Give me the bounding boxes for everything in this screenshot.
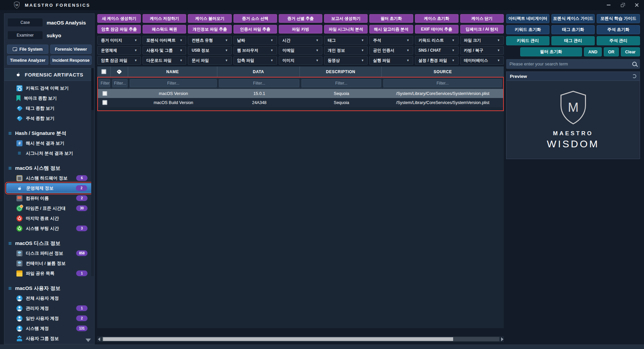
sidebar-nav-button[interactable]: Forensic Viewer: [50, 45, 92, 54]
right-panel-button[interactable]: 키워드 초기화: [506, 25, 549, 34]
toolbar-button[interactable]: 파일 시그니처 분석: [324, 25, 368, 34]
filter-dropdown[interactable]: 다운로드 파일▼: [143, 56, 186, 65]
and-button[interactable]: AND: [584, 47, 602, 56]
tree-section-header[interactable]: ≡macOS 디스크 정보: [4, 239, 94, 248]
table-row[interactable]: macOS Build Version24A348Sequoia/System/…: [98, 98, 503, 107]
tree-item[interactable]: 사용자 그룹 정보: [6, 334, 92, 343]
tree-item[interactable]: 전체 사용자 계정: [6, 293, 92, 303]
filter-dropdown[interactable]: 웹 브라우저▼: [233, 46, 277, 55]
tree-item[interactable]: 컴퓨터 이름2: [6, 193, 92, 203]
sidebar-scrollbar[interactable]: [91, 68, 94, 276]
toolbar-button[interactable]: 보고서 생성하기: [324, 14, 368, 23]
toolbar-button[interactable]: 인증서 파일 추출: [233, 25, 277, 34]
tree-section-header[interactable]: ≡macOS 시스템 정보: [4, 163, 94, 173]
filter-reset-button[interactable]: 필터 초기화: [520, 47, 582, 56]
table-row[interactable]: macOS Version15.0.1Sequoia/System/Librar…: [98, 89, 503, 98]
tree-item[interactable]: 일반 사용자 계정2: [6, 313, 92, 323]
filter-dropdown[interactable]: 개인 정보▼: [324, 46, 368, 55]
filter-dropdown[interactable]: 공인 인증서▼: [369, 46, 413, 55]
toolbar-button[interactable]: 케이스 닫기: [460, 14, 504, 23]
tree-item[interactable]: 북마크 종합 보기: [6, 93, 92, 103]
tree-item[interactable]: 타임존 / 표준 시간대30: [6, 203, 92, 213]
tree-item[interactable]: 마지막 종료 시간: [6, 213, 92, 223]
filter-dropdown[interactable]: SNS / CHAT▼: [415, 46, 459, 55]
tag-header-cell[interactable]: [111, 66, 128, 77]
filter-input[interactable]: [219, 79, 299, 87]
toolbar-button[interactable]: 필터 초기화: [369, 14, 413, 23]
toolbar-button[interactable]: 증거 소스 선택: [233, 14, 277, 23]
right-panel-button[interactable]: 주석 초기화: [597, 25, 640, 34]
tree-item[interactable]: 주석 종합 보기: [6, 113, 92, 123]
toolbar-button[interactable]: 개인정보 파일 추출: [188, 25, 231, 34]
sidebar-nav-button[interactable]: Timeline Analyzer: [7, 56, 48, 65]
or-button[interactable]: OR: [604, 47, 619, 56]
tree-item[interactable]: 파일 공유 목록1: [6, 268, 92, 278]
filter-dropdown[interactable]: 설정 / 환경 파일▼: [415, 56, 459, 65]
column-header[interactable]: DATA: [217, 66, 300, 77]
sidebar-nav-button[interactable]: File System: [7, 45, 48, 54]
right-panel-button[interactable]: 키워드 관리: [506, 36, 549, 45]
tree-item[interactable]: 운영체제 정보2: [6, 183, 92, 193]
tree-item[interactable]: ≡시그니처 분석 결과 보기: [6, 148, 92, 158]
restore-icon[interactable]: [620, 2, 625, 8]
close-icon[interactable]: [634, 2, 639, 8]
tree-item[interactable]: #해시 분석 결과 보기: [6, 138, 92, 148]
column-header[interactable]: SOURCE: [382, 66, 504, 77]
scroll-left-icon[interactable]: [97, 337, 101, 341]
filter-dropdown[interactable]: 동영상▼: [324, 56, 368, 65]
sidebar-scroll-down-icon[interactable]: [86, 339, 91, 342]
toolbar-button[interactable]: 케이스 저장하기: [143, 14, 186, 23]
clear-button[interactable]: Clear: [621, 47, 640, 56]
scrollbar-track[interactable]: [102, 337, 499, 341]
filter-dropdown[interactable]: 운영체제▼: [97, 46, 141, 55]
toolbar-button[interactable]: 새 케이스 생성하기: [97, 14, 141, 23]
tree-item[interactable]: 디스크 파티션 정보858: [6, 248, 92, 258]
filter-dropdown[interactable]: 파일 크기▼: [460, 36, 504, 45]
tree-item[interactable]: ▦시스템 하드웨어 정보6: [6, 173, 92, 183]
toolbar-button[interactable]: 딥페이크 / AI 탐지: [460, 25, 504, 34]
filter-dropdown[interactable]: 문서 파일▼: [188, 56, 231, 65]
filter-dropdown[interactable]: 증거 이미지▼: [97, 36, 141, 45]
toolbar-button[interactable]: 케이스 초기화: [415, 14, 459, 23]
filter-dropdown[interactable]: 컨텐츠 유형▼: [188, 36, 231, 45]
filter-dropdown[interactable]: 주석▼: [369, 36, 413, 45]
filter-input[interactable]: [112, 79, 127, 87]
column-header[interactable]: NAME: [128, 66, 217, 77]
filter-dropdown[interactable]: 이미지▼: [279, 56, 322, 65]
search-icon[interactable]: [632, 62, 637, 66]
filter-dropdown[interactable]: 카빙 / 복구▼: [460, 46, 504, 55]
right-panel-button[interactable]: 주석 관리: [597, 36, 640, 45]
filter-dropdown[interactable]: 이메일▼: [279, 46, 322, 55]
filter-dropdown[interactable]: USB 정보▼: [188, 46, 231, 55]
filter-dropdown[interactable]: 포렌식 아티팩트▼: [143, 36, 186, 45]
tree-item[interactable]: 관리자 계정1: [6, 303, 92, 313]
tree-item[interactable]: 키워드 검색 이력 보기: [6, 83, 92, 93]
scroll-right-icon[interactable]: [500, 337, 504, 341]
filter-dropdown[interactable]: 데이터베이스▼: [460, 56, 504, 65]
column-header[interactable]: DESCRIPTION: [300, 66, 382, 77]
right-panel-button[interactable]: 태그 초기화: [551, 25, 595, 34]
tree-section-header[interactable]: ≡Hash / Signature 분석: [4, 129, 94, 138]
tree-item[interactable]: 시스템 계정131: [6, 323, 92, 333]
row-checkbox[interactable]: [102, 100, 107, 105]
toolbar-button[interactable]: EXIF 데이터 추출: [415, 25, 459, 34]
select-all-header-cell[interactable]: [97, 66, 111, 77]
filter-dropdown[interactable]: 시간▼: [279, 36, 322, 45]
search-input[interactable]: [509, 61, 632, 66]
filter-dropdown[interactable]: 암호 잠금 파일▼: [97, 56, 141, 65]
toolbar-button[interactable]: 파일 카빙: [279, 25, 322, 34]
filter-dropdown[interactable]: 실행 파일▼: [369, 56, 413, 65]
toolbar-button[interactable]: 증거 선별 추출: [279, 14, 322, 23]
filter-input[interactable]: [383, 79, 502, 87]
sidebar-nav-button[interactable]: Incident Response: [50, 56, 92, 65]
right-panel-button[interactable]: 태그 관리: [551, 36, 595, 45]
filter-input[interactable]: [130, 79, 217, 87]
filter-input[interactable]: [302, 79, 381, 87]
forensic-artifacts-header[interactable]: FORENSIC ARTIFACTS: [4, 68, 94, 81]
row-checkbox[interactable]: [102, 91, 107, 96]
minimize-icon[interactable]: [606, 2, 611, 8]
tree-item[interactable]: 시스템 부팅 시간3: [6, 223, 92, 233]
scrollbar-thumb[interactable]: [103, 337, 453, 341]
toolbar-button[interactable]: 패스워드 복원: [143, 25, 186, 34]
right-panel-button[interactable]: 포렌식 학습 가이드: [597, 14, 640, 23]
